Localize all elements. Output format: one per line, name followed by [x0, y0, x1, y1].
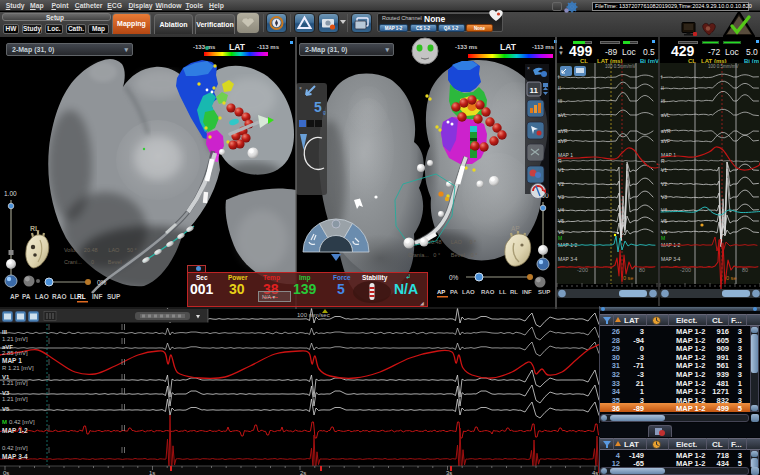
svg-text:1.21 [mV]: 1.21 [mV]	[2, 396, 28, 402]
svg-text:11: 11	[530, 86, 539, 95]
svg-text:5: 5	[314, 99, 322, 115]
svg-text:80: 80	[639, 267, 645, 273]
svg-text:SUP: SUP	[538, 289, 550, 295]
svg-text:III: III	[661, 98, 665, 104]
svg-text:AP: AP	[437, 289, 445, 295]
svg-text:0.42 [mV]: 0.42 [mV]	[2, 445, 28, 451]
svg-text:INF: INF	[522, 289, 532, 295]
svg-text:R 1.21 [mV]: R 1.21 [mV]	[2, 365, 34, 371]
svg-text:0.42 [mV]: 0.42 [mV]	[9, 419, 35, 425]
svg-text:MAP 1-2: MAP 1-2	[2, 427, 28, 434]
svg-text:100 0.5mm/mV: 100 0.5mm/mV	[708, 64, 739, 69]
svg-text:Volu... 20.48 LAO: Volu... 20.48 LAO 50 °	[64, 247, 137, 253]
svg-text:III: III	[558, 98, 562, 104]
svg-text:R: R	[661, 158, 665, 164]
svg-text:M: M	[661, 235, 665, 241]
svg-text:RL: RL	[77, 293, 86, 300]
svg-text:MAP 3-4: MAP 3-4	[558, 256, 578, 262]
svg-text:1s: 1s	[149, 470, 155, 475]
svg-text:III: III	[2, 329, 7, 335]
svg-text:LAO: LAO	[462, 289, 475, 295]
svg-text:V4: V4	[558, 207, 564, 213]
svg-text:4s: 4s	[592, 470, 598, 475]
svg-text:LAO: LAO	[35, 293, 49, 300]
svg-text:II: II	[558, 85, 561, 91]
svg-text:0 se: 0 se	[726, 275, 736, 281]
svg-text:×: ×	[527, 65, 530, 71]
svg-text:M: M	[558, 235, 562, 241]
svg-text:LL: LL	[499, 289, 507, 295]
svg-text:2s: 2s	[300, 470, 306, 475]
svg-text:M: M	[2, 419, 7, 425]
svg-text:AP: AP	[511, 225, 520, 232]
svg-text:1.21 [mV]: 1.21 [mV]	[2, 380, 28, 386]
svg-text:×: ×	[299, 85, 302, 91]
svg-text:V6: V6	[558, 229, 564, 235]
svg-text:RAO: RAO	[52, 293, 66, 300]
svg-text:MAP 1: MAP 1	[2, 357, 22, 364]
svg-text:SUP: SUP	[107, 293, 121, 300]
svg-text:RL: RL	[510, 289, 518, 295]
svg-text:0s: 0s	[3, 470, 9, 475]
svg-text:g: g	[323, 109, 326, 115]
svg-text:0%: 0%	[449, 274, 459, 281]
svg-text:Crania... 0 ° Bevel: Crania... 0 ° Bevel 0 °	[408, 252, 478, 258]
svg-text:1.00: 1.00	[4, 190, 17, 197]
svg-text:V5: V5	[558, 218, 564, 224]
svg-text:80: 80	[742, 267, 748, 273]
svg-text:MAP 3-4: MAP 3-4	[2, 453, 28, 460]
svg-text:V5: V5	[661, 218, 667, 224]
svg-text:RAO: RAO	[481, 289, 495, 295]
svg-text:2.85 [mV]: 2.85 [mV]	[2, 350, 28, 356]
svg-text:V5: V5	[2, 406, 10, 412]
svg-text:-200: -200	[577, 267, 588, 273]
svg-text:II: II	[661, 85, 664, 91]
svg-text:V6: V6	[661, 229, 667, 235]
svg-text:0 se: 0 se	[623, 275, 633, 281]
svg-text:RL: RL	[30, 225, 40, 232]
svg-text:AP: AP	[10, 293, 20, 300]
svg-text:PA: PA	[450, 289, 459, 295]
svg-text:MAP 3-4: MAP 3-4	[661, 256, 681, 262]
svg-text:INF: INF	[92, 293, 103, 300]
svg-text:100 0.5mm/mV: 100 0.5mm/mV	[605, 64, 636, 69]
svg-text:0%: 0%	[97, 279, 107, 286]
svg-text:1.21 [mV]: 1.21 [mV]	[2, 336, 28, 342]
svg-text:-200: -200	[680, 267, 691, 273]
svg-text:PA: PA	[22, 293, 31, 300]
